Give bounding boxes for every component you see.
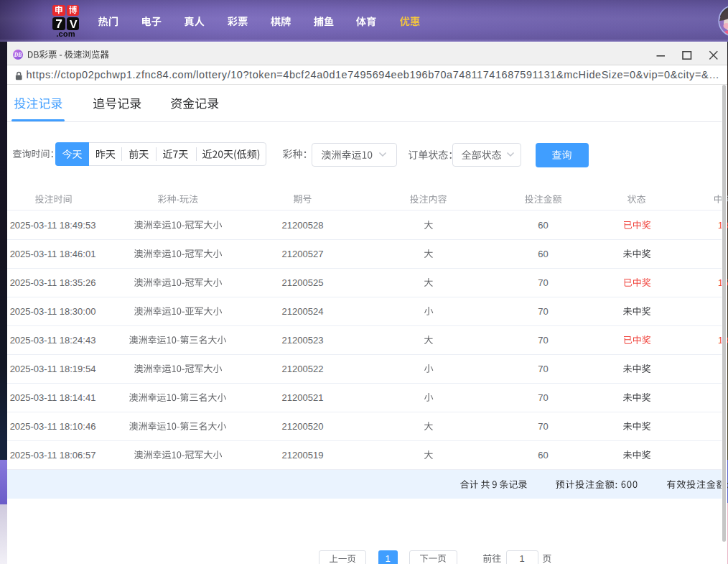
svg-text:21200525: 21200525 bbox=[282, 277, 324, 288]
svg-text:70: 70 bbox=[538, 335, 548, 346]
svg-text:21200522: 21200522 bbox=[282, 364, 324, 374]
svg-text:21200528: 21200528 bbox=[282, 220, 324, 231]
svg-text:2025-03-11 18:24:43: 2025-03-11 18:24:43 bbox=[10, 335, 96, 346]
svg-text:2025-03-11 18:10:46: 2025-03-11 18:10:46 bbox=[10, 421, 96, 432]
svg-text:2025-03-11 18:46:01: 2025-03-11 18:46:01 bbox=[10, 249, 96, 259]
svg-text:70: 70 bbox=[538, 364, 548, 374]
svg-text:60: 60 bbox=[538, 450, 548, 461]
svg-text:2025-03-11 18:35:26: 2025-03-11 18:35:26 bbox=[10, 277, 96, 288]
svg-text:1: 1 bbox=[519, 553, 524, 564]
svg-text:70: 70 bbox=[538, 306, 548, 317]
svg-text:2025-03-11 18:14:41: 2025-03-11 18:14:41 bbox=[10, 392, 96, 403]
svg-text:70: 70 bbox=[538, 277, 548, 288]
svg-text:60: 60 bbox=[538, 220, 548, 231]
svg-text:70: 70 bbox=[538, 421, 548, 432]
svg-text:2025-03-11 18:49:53: 2025-03-11 18:49:53 bbox=[10, 220, 96, 231]
svg-text:21200521: 21200521 bbox=[282, 392, 324, 403]
svg-text:21200523: 21200523 bbox=[282, 335, 324, 346]
svg-text:2025-03-11 18:06:57: 2025-03-11 18:06:57 bbox=[10, 450, 96, 461]
svg-text:60: 60 bbox=[538, 249, 548, 259]
svg-text:70: 70 bbox=[538, 392, 548, 403]
svg-text:21200524: 21200524 bbox=[282, 306, 324, 317]
svg-text:2025-03-11 18:19:54: 2025-03-11 18:19:54 bbox=[10, 364, 96, 374]
svg-text:1: 1 bbox=[385, 553, 390, 564]
svg-text:21200519: 21200519 bbox=[282, 450, 324, 461]
svg-text:2025-03-11 18:30:00: 2025-03-11 18:30:00 bbox=[10, 306, 96, 317]
svg-text:21200527: 21200527 bbox=[282, 249, 324, 259]
svg-text:21200520: 21200520 bbox=[282, 421, 324, 432]
